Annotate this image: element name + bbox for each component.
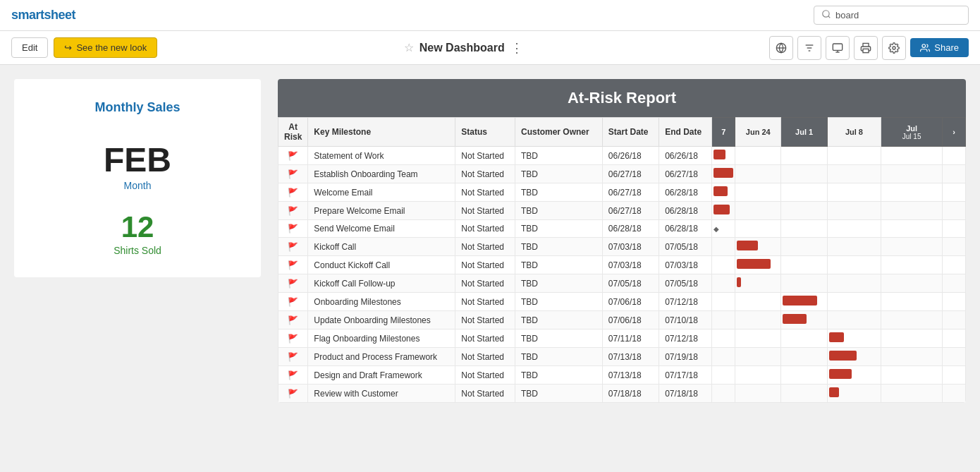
settings-button[interactable] (882, 36, 906, 60)
gantt-cell (735, 202, 781, 220)
start-cell: 07/13/18 (602, 366, 659, 385)
monthly-sales-widget: Monthly Sales FEB Month 12 Shirts Sold (14, 79, 261, 277)
monthly-sales-title: Monthly Sales (28, 100, 247, 115)
gantt-bar (829, 369, 852, 379)
flag-icon: 🚩 (288, 297, 298, 307)
gantt-cell (712, 147, 735, 165)
table-row: 🚩Kickoff Call Follow-upNot StartedTBD07/… (278, 274, 966, 293)
milestone-cell: Design and Draft Framework (308, 366, 455, 385)
gantt-cell (881, 220, 943, 238)
owner-cell: TBD (515, 183, 602, 202)
report-table: AtRisk Key Milestone Status Customer Own… (278, 117, 966, 403)
gantt-cell (781, 385, 827, 403)
gantt-cell (943, 183, 966, 202)
month-value: FEB (28, 143, 247, 177)
gantt-bar (713, 186, 727, 196)
end-cell: 07/05/18 (659, 238, 712, 256)
gantt-cell (712, 183, 735, 202)
status-cell: Not Started (455, 348, 515, 366)
owner-cell: TBD (515, 202, 602, 220)
star-icon[interactable]: ☆ (404, 41, 414, 54)
col-jul8: Jul 8 (827, 118, 881, 147)
gantt-bar (829, 387, 839, 397)
owner-cell: TBD (515, 311, 602, 329)
view-icon (832, 42, 843, 54)
status-cell: Not Started (455, 385, 515, 403)
flag-icon: 🚩 (288, 242, 298, 252)
report-container: At-Risk Report AtRisk Key Milestone Stat… (278, 79, 966, 403)
table-row: 🚩Prepare Welcome EmailNot StartedTBD06/2… (278, 202, 966, 220)
print-icon (860, 42, 871, 54)
more-options-icon[interactable]: ⋮ (510, 40, 523, 56)
globe-button[interactable] (769, 36, 793, 60)
end-cell: 06/28/18 (659, 202, 712, 220)
new-look-button[interactable]: ↩ See the new look (54, 37, 157, 58)
gantt-cell (881, 385, 943, 403)
gantt-cell (943, 220, 966, 238)
logo: smartsheet (11, 8, 75, 23)
share-label: Share (934, 42, 959, 53)
gantt-cell (943, 329, 966, 348)
col-jul1: Jul 1 (781, 118, 827, 147)
search-input[interactable] (835, 10, 961, 20)
status-cell: Not Started (455, 293, 515, 311)
gantt-cell (735, 220, 781, 238)
share-button[interactable]: Share (910, 38, 969, 57)
flag-icon: 🚩 (288, 389, 298, 399)
start-cell: 06/27/18 (602, 183, 659, 202)
end-cell: 07/10/18 (659, 311, 712, 329)
col-jul15: Jul Jul 15 (881, 118, 943, 147)
end-cell: 06/27/18 (659, 165, 712, 183)
gantt-cell (735, 274, 781, 293)
table-row: 🚩Review with CustomerNot StartedTBD07/18… (278, 385, 966, 403)
gantt-bar (829, 332, 844, 342)
gantt-cell (735, 385, 781, 403)
print-button[interactable] (854, 36, 878, 60)
gantt-cell (881, 311, 943, 329)
gantt-cell (735, 256, 781, 274)
report-body[interactable]: AtRisk Key Milestone Status Customer Own… (278, 117, 966, 403)
milestone-cell: Send Welcome Email (308, 220, 455, 238)
gantt-cell (827, 329, 881, 348)
flag-icon: 🚩 (288, 151, 298, 161)
search-bar[interactable] (814, 6, 969, 25)
gantt-cell (781, 256, 827, 274)
view-button[interactable] (826, 36, 850, 60)
edit-button[interactable]: Edit (11, 37, 48, 58)
milestone-cell: Update Onboarding Milestones (308, 311, 455, 329)
owner-cell: TBD (515, 329, 602, 348)
flag-icon: 🚩 (288, 334, 298, 344)
gantt-cell (827, 238, 881, 256)
gantt-cell (735, 348, 781, 366)
gantt-cell (735, 329, 781, 348)
gantt-cell (781, 147, 827, 165)
gantt-cell (943, 202, 966, 220)
end-cell: 06/28/18 (659, 183, 712, 202)
gantt-cell (781, 329, 827, 348)
milestone-cell: Conduct Kickoff Call (308, 256, 455, 274)
shirts-count: 12 (28, 212, 247, 242)
diamond-icon: ◆ (713, 225, 719, 233)
flag-cell: 🚩 (278, 183, 308, 202)
gantt-cell (781, 202, 827, 220)
top-nav: smartsheet (0, 0, 980, 31)
end-cell: 07/03/18 (659, 256, 712, 274)
filter-button[interactable] (797, 36, 821, 60)
toolbar-center: ☆ New Dashboard ⋮ (163, 40, 764, 56)
gantt-cell (881, 366, 943, 385)
col-at-risk: AtRisk (278, 118, 308, 147)
gantt-cell (712, 348, 735, 366)
milestone-cell: Prepare Welcome Email (308, 202, 455, 220)
gantt-cell (881, 202, 943, 220)
table-row: 🚩Send Welcome EmailNot StartedTBD06/28/1… (278, 220, 966, 238)
gantt-cell (881, 238, 943, 256)
toolbar: Edit ↩ See the new look ☆ New Dashboard … (0, 31, 980, 65)
gantt-cell (943, 293, 966, 311)
start-cell: 07/03/18 (602, 238, 659, 256)
end-cell: 07/12/18 (659, 293, 712, 311)
gantt-cell (881, 147, 943, 165)
gantt-cell (827, 256, 881, 274)
gantt-cell (781, 311, 827, 329)
gantt-cell (943, 385, 966, 403)
owner-cell: TBD (515, 366, 602, 385)
